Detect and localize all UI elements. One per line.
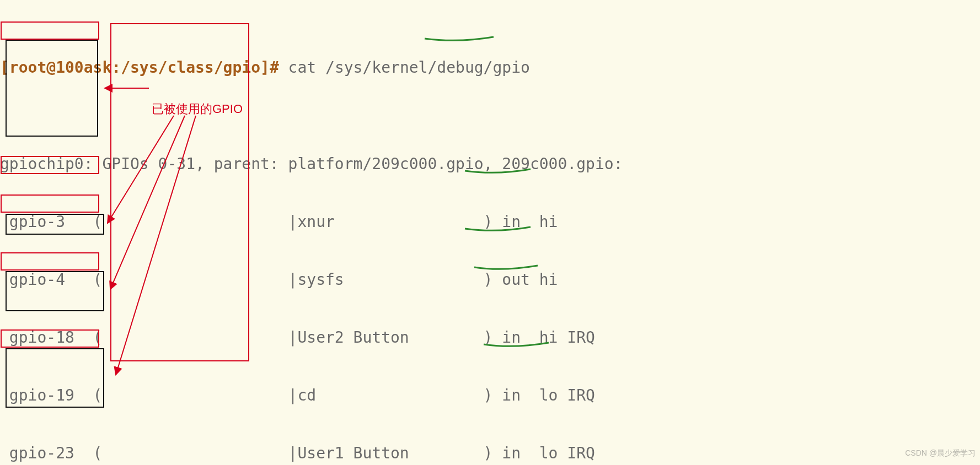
underline-209c000	[425, 37, 494, 40]
prompt-hash: #	[270, 58, 288, 77]
arrow-to-gpio120	[110, 116, 185, 289]
gpio-row: gpio-4 ( |sysfs ) out hi	[0, 270, 980, 289]
gpio-text: gpio-3 ( |xnur ) in hi	[0, 213, 558, 231]
prompt-userhost: root@100ask	[9, 58, 111, 77]
prompt-line: [root@100ask:/sys/class/gpio]# cat /sys/…	[0, 58, 980, 77]
prompt-close: ]	[260, 58, 270, 77]
gpio-row: gpio-23 ( |User1 Button ) in lo IRQ	[0, 444, 980, 463]
prompt-path: /sys/class/gpio	[121, 58, 260, 77]
gpio-text: gpio-23 ( |User1 Button ) in lo IRQ	[0, 444, 595, 462]
annotation-gpio0-list-box	[6, 40, 98, 137]
chip-range: GPIOs 0-31, parent: platform/209c000.gpi…	[93, 155, 623, 173]
prompt-open: [	[0, 58, 9, 77]
annotation-chip3-box	[1, 252, 99, 271]
annotation-label: 已被使用的GPIO	[152, 99, 243, 118]
annotation-chip0-box	[1, 21, 99, 40]
gpio-row: gpio-18 ( |User2 Button ) in hi IRQ	[0, 328, 980, 347]
prompt-sep: :	[111, 58, 121, 77]
gpio-row: gpio-19 ( |cd ) in lo IRQ	[0, 386, 980, 405]
underline-20a8000	[474, 266, 538, 269]
gpiochip0-header: gpiochip0: GPIOs 0-31, parent: platform/…	[0, 154, 980, 174]
gpio-text: gpio-4 ( |sysfs ) out hi	[0, 271, 558, 289]
terminal-output: [root@100ask:/sys/class/gpio]# cat /sys/…	[0, 0, 980, 465]
gpio-text: gpio-18 ( |User2 Button ) in hi IRQ	[0, 328, 595, 347]
chip-name: gpiochip0:	[0, 155, 93, 173]
command-text: cat /sys/kernel/debug/gpio	[288, 58, 530, 77]
annotation-chip2-box	[1, 194, 99, 213]
gpio-row: gpio-3 ( |xnur ) in hi	[0, 212, 980, 231]
gpio-text: gpio-19 ( |cd ) in lo IRQ	[0, 386, 595, 404]
